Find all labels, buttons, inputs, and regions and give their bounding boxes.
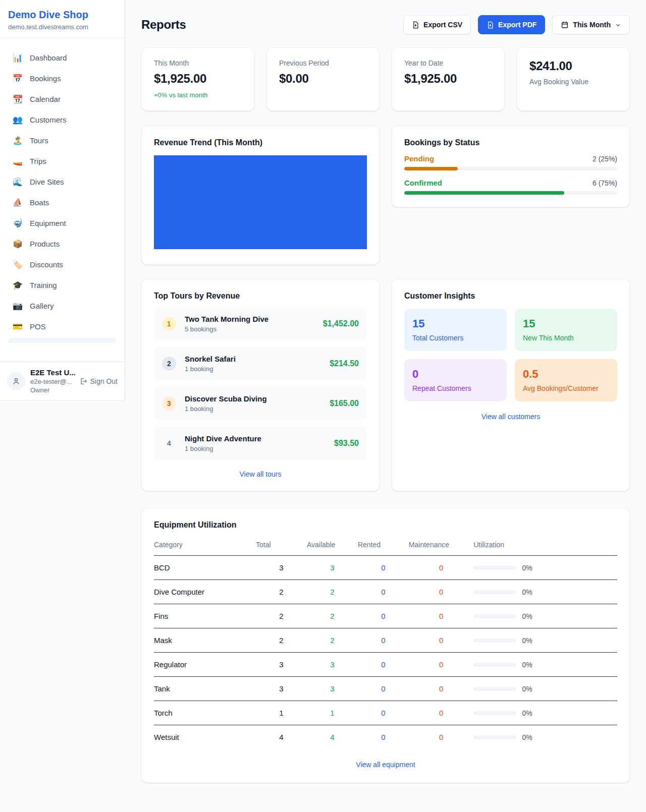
export-pdf-button[interactable]: Export PDF (478, 15, 545, 34)
cell-category: Wetsuit (154, 725, 256, 749)
sidebar-item-label: Customers (30, 115, 67, 124)
tile-value: 15 (412, 317, 499, 330)
charts-row: Revenue Trend (This Month) Bookings by S… (141, 126, 630, 265)
cell-maintenance: 0 (409, 725, 474, 749)
stat-label: This Month (154, 59, 242, 67)
col-maintenance: Maintenance (409, 537, 474, 556)
rank-badge: 3 (162, 396, 176, 411)
sidebar-item-training[interactable]: 🎓 Training (6, 276, 119, 295)
sidebar-item-label: Training (30, 281, 57, 289)
tag-icon: 🏷️ (12, 260, 23, 269)
logout-icon (79, 377, 87, 385)
file-download-icon (412, 21, 419, 29)
cell-maintenance: 0 (409, 556, 474, 580)
cell-total: 3 (256, 677, 307, 701)
sidebar-item-label: POS (30, 322, 46, 331)
view-all-customers-link[interactable]: View all customers (481, 413, 540, 421)
tour-bookings: 5 bookings (185, 325, 268, 333)
sidebar-item-gallery[interactable]: 📷 Gallery (6, 297, 119, 315)
sidebar-item-dashboard[interactable]: 📊 Dashboard (6, 48, 119, 67)
period-dropdown[interactable]: This Month (552, 15, 630, 34)
view-all-equipment-link[interactable]: View all equipment (356, 761, 415, 769)
shop-domain: demo.test.divestreams.com (8, 23, 117, 31)
utilization-pct: 0% (522, 733, 532, 741)
sidebar-nav: 📊 Dashboard 📅 Bookings 📆 Calendar 👥 Cust… (0, 38, 125, 362)
tile-avg-bookings-customer: 0.5 Avg Bookings/Customer (515, 359, 617, 401)
cell-available: 3 (307, 653, 358, 677)
cell-rented: 0 (358, 580, 409, 604)
sidebar-item-label: Products (30, 240, 60, 248)
export-csv-button[interactable]: Export CSV (403, 15, 471, 34)
tile-label: Total Customers (412, 334, 499, 342)
utilization-pct: 0% (522, 612, 532, 620)
sidebar-item-customers[interactable]: 👥 Customers (6, 110, 119, 129)
period-label: This Month (573, 21, 611, 29)
sidebar-item-trips[interactable]: 🚤 Trips (6, 152, 119, 170)
revenue-trend-title: Revenue Trend (This Month) (154, 138, 367, 147)
col-available: Available (307, 537, 358, 556)
graduation-cap-icon: 🎓 (12, 280, 23, 290)
sidebar-item-bookings[interactable]: 📅 Bookings (6, 69, 119, 88)
sidebar: Demo Dive Shop demo.test.divestreams.com… (0, 0, 125, 400)
sign-out-button[interactable]: Sign Out (79, 377, 118, 385)
export-pdf-label: Export PDF (498, 21, 536, 29)
chevron-down-icon (615, 22, 621, 28)
file-download-icon (487, 21, 494, 29)
utilization-bar (473, 735, 516, 739)
sidebar-item-calendar[interactable]: 📆 Calendar (6, 90, 119, 108)
calendar-icon: 📆 (12, 94, 23, 104)
cell-rented: 0 (358, 556, 409, 580)
utilization-bar (473, 614, 516, 618)
stat-value: $1,925.00 (404, 72, 492, 86)
stat-card-previous-period: Previous Period $0.00 (266, 47, 380, 111)
table-row: Fins 2 2 0 0 0% (154, 604, 617, 628)
cell-category: Tank (154, 677, 256, 701)
stat-label: Avg Booking Value (529, 78, 617, 86)
sidebar-item-tours[interactable]: 🏝️ Tours (6, 131, 119, 150)
avatar (7, 372, 25, 390)
sidebar-item-products[interactable]: 📦 Products (6, 235, 119, 253)
brand[interactable]: Demo Dive Shop demo.test.divestreams.com (0, 0, 125, 38)
progress-track (404, 167, 617, 170)
cell-available: 3 (307, 556, 358, 580)
package-icon: 📦 (12, 239, 23, 249)
utilization-bar (473, 639, 516, 643)
user-info: E2E Test U... e2e-tester@... Owner (30, 368, 74, 394)
progress-fill (404, 191, 564, 195)
cell-total: 2 (256, 628, 307, 653)
cell-category: Regulator (154, 653, 256, 677)
user-role: Owner (30, 386, 74, 394)
calendar-date-icon: 📅 (12, 74, 23, 83)
cell-available: 2 (307, 604, 358, 628)
progress-fill (404, 167, 458, 170)
sidebar-item-discounts[interactable]: 🏷️ Discounts (6, 255, 119, 274)
view-all-tours-link[interactable]: View all tours (239, 470, 281, 478)
rank-badge: 1 (162, 317, 176, 331)
stat-card-this-month: This Month $1,925.00 +0% vs last month (141, 47, 254, 111)
cell-category: BCD (154, 556, 256, 580)
sidebar-item-dive-sites[interactable]: 🌊 Dive Sites (6, 172, 119, 191)
tour-amount: $165.00 (324, 399, 359, 408)
bookings-by-status-card: Bookings by Status Pending 2 (25%) Confi… (392, 126, 630, 207)
stat-label: Year to Date (404, 59, 492, 67)
cell-available: 2 (307, 580, 358, 604)
utilization-bar (473, 566, 516, 570)
main-content: Reports Export CSV Export PDF This Month (125, 0, 646, 803)
sidebar-item-label: Tours (30, 136, 48, 145)
equipment-utilization-title: Equipment Utilization (154, 520, 617, 530)
sidebar-item-boats[interactable]: ⛵ Boats (6, 193, 119, 212)
cell-rented: 0 (358, 628, 409, 653)
tour-name: Night Dive Adventure (185, 434, 261, 443)
utilization-pct: 0% (522, 564, 532, 572)
sidebar-item-pos[interactable]: 💳 POS (6, 317, 119, 336)
cell-maintenance: 0 (409, 580, 474, 604)
tour-bookings: 1 booking (185, 405, 267, 413)
sidebar-item-reports-partial[interactable] (8, 338, 117, 343)
tile-value: 0 (412, 368, 499, 381)
tour-name: Discover Scuba Diving (185, 394, 267, 403)
sidebar-item-equipment[interactable]: 🤿 Equipment (6, 214, 119, 233)
bar-chart-icon: 📊 (12, 53, 23, 63)
people-icon: 👥 (12, 115, 23, 125)
utilization-pct: 0% (522, 588, 532, 596)
utilization-bar (473, 711, 516, 715)
